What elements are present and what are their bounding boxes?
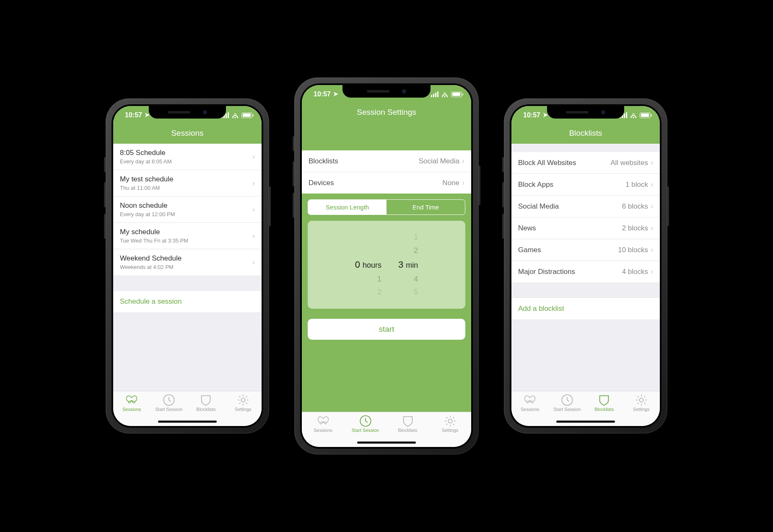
home-indicator[interactable] xyxy=(158,421,217,423)
tab-settings[interactable]: Settings xyxy=(623,395,660,412)
status-time: 10:57 xyxy=(314,90,331,98)
blocklist-row[interactable]: News 2 blocks› xyxy=(511,217,660,239)
notch xyxy=(342,85,431,98)
segment-session-length[interactable]: Session Length xyxy=(308,200,386,214)
session-row[interactable]: My scheduleTue Wed Thu Fri at 3:35 PM › xyxy=(113,223,262,249)
chevron-right-icon: › xyxy=(252,258,255,267)
chevron-right-icon: › xyxy=(462,157,464,165)
page-title: Session Settings xyxy=(302,103,471,123)
blocklist-row[interactable]: Social Media 6 blocks› xyxy=(511,196,660,217)
signal-icon xyxy=(431,91,438,97)
svg-point-1 xyxy=(241,398,245,402)
phone-sessions: 10:57 ➤ Sessions 8:05 ScheduleEvery day … xyxy=(106,98,269,434)
wifi-icon xyxy=(441,91,449,97)
chevron-right-icon: › xyxy=(252,232,255,240)
devices-row[interactable]: Devices None› xyxy=(302,172,471,194)
session-row[interactable]: 8:05 ScheduleEvery day at 8:05 AM › xyxy=(113,144,262,170)
notch xyxy=(547,106,624,119)
add-blocklist-button[interactable]: Add a blocklist xyxy=(511,297,660,320)
start-button[interactable]: start xyxy=(308,319,465,340)
page-title: Blocklists xyxy=(511,124,660,144)
blocklists-list: Block All Websites All websites› Block A… xyxy=(511,152,660,282)
session-row[interactable]: Noon scheduleEvery day at 12:00 PM › xyxy=(113,196,262,223)
battery-icon xyxy=(451,92,462,97)
notch xyxy=(149,106,226,119)
chevron-right-icon: › xyxy=(651,224,653,232)
blocklist-row[interactable]: Major Distractions 4 blocks› xyxy=(511,261,660,282)
session-row[interactable]: My test scheduleThu at 11:00 AM › xyxy=(113,170,262,196)
tab-bar: Sessions Start Session Blocklists Settin… xyxy=(511,391,660,426)
chevron-right-icon: › xyxy=(651,158,653,167)
home-indicator[interactable] xyxy=(556,421,615,423)
sessions-list: 8:05 ScheduleEvery day at 8:05 AM › My t… xyxy=(113,144,262,275)
segment-end-time[interactable]: End Time xyxy=(386,200,465,214)
butterfly-icon xyxy=(317,416,329,426)
blocklist-row[interactable]: Games 10 blocks› xyxy=(511,239,660,261)
battery-icon xyxy=(241,113,252,118)
clock-icon xyxy=(359,416,372,426)
schedule-session-button[interactable]: Schedule a session xyxy=(113,290,262,313)
tab-blocklists[interactable]: Blocklists xyxy=(187,395,225,412)
session-row[interactable]: Weekend ScheduleWeekends at 4:02 PM › xyxy=(113,249,262,275)
location-icon: ➤ xyxy=(333,90,338,97)
chevron-right-icon: › xyxy=(252,152,255,161)
battery-icon xyxy=(640,113,651,118)
phone-blocklists: 10:57 ➤ Blocklists Block All Websites Al… xyxy=(504,98,667,434)
blocklists-row[interactable]: Blocklists Social Media› xyxy=(302,150,471,172)
gear-icon xyxy=(444,416,457,426)
butterfly-icon xyxy=(125,395,138,405)
status-time: 10:57 xyxy=(125,111,142,119)
tab-start-session[interactable]: Start Session xyxy=(549,395,586,412)
duration-picker[interactable]: 0hours 1 2 1 2 3min 4 5 xyxy=(308,221,465,309)
gear-icon xyxy=(635,395,648,405)
shield-icon xyxy=(200,395,212,405)
wifi-icon xyxy=(231,112,239,118)
tab-settings[interactable]: Settings xyxy=(429,416,471,433)
shield-icon xyxy=(402,416,414,426)
tab-bar: Sessions Start Session Blocklists Settin… xyxy=(113,391,262,426)
page-title: Sessions xyxy=(113,124,262,144)
chevron-right-icon: › xyxy=(252,179,255,188)
tab-sessions[interactable]: Sessions xyxy=(113,395,150,412)
clock-icon xyxy=(561,395,573,405)
status-time: 10:57 xyxy=(523,111,540,119)
clock-icon xyxy=(163,395,175,405)
duration-mode-segmented: Session Length End Time xyxy=(308,199,465,215)
shield-icon xyxy=(598,395,610,405)
phone-session-settings: 10:57 ➤ Session Settings Blocklists Soci… xyxy=(294,77,479,455)
tab-bar: Sessions Start Session Blocklists Settin… xyxy=(302,412,471,447)
svg-point-3 xyxy=(448,419,452,423)
wifi-icon xyxy=(630,112,637,118)
minutes-wheel[interactable]: 1 2 3min 4 5 xyxy=(398,233,418,297)
tab-sessions[interactable]: Sessions xyxy=(302,416,344,433)
chevron-right-icon: › xyxy=(462,178,464,187)
blocklist-row[interactable]: Block Apps 1 block› xyxy=(511,174,660,196)
tab-blocklists[interactable]: Blocklists xyxy=(386,416,429,433)
chevron-right-icon: › xyxy=(651,267,653,276)
tab-blocklists[interactable]: Blocklists xyxy=(586,395,623,412)
chevron-right-icon: › xyxy=(651,202,653,210)
svg-point-5 xyxy=(639,398,643,402)
home-indicator[interactable] xyxy=(357,442,416,444)
chevron-right-icon: › xyxy=(651,245,653,254)
tab-start-session[interactable]: Start Session xyxy=(150,395,188,412)
chevron-right-icon: › xyxy=(252,205,255,214)
hours-wheel[interactable]: 0hours 1 2 xyxy=(355,233,381,297)
gear-icon xyxy=(237,395,249,405)
tab-start-session[interactable]: Start Session xyxy=(344,416,386,433)
tab-settings[interactable]: Settings xyxy=(225,395,262,412)
chevron-right-icon: › xyxy=(651,180,653,189)
blocklist-row[interactable]: Block All Websites All websites› xyxy=(511,152,660,174)
tab-sessions[interactable]: Sessions xyxy=(511,395,549,412)
butterfly-icon xyxy=(524,395,536,405)
